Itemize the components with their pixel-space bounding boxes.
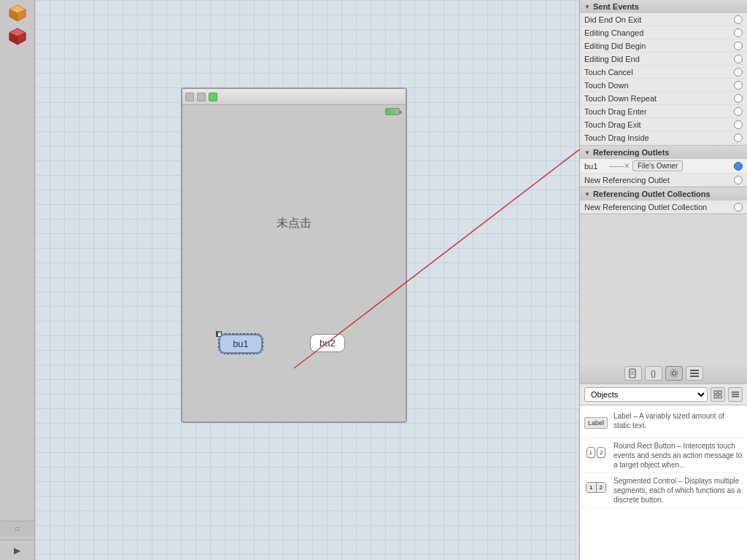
svg-point-12 [672,372,676,376]
svg-rect-22 [732,394,739,395]
svg-rect-20 [719,395,721,398]
sent-event-circle[interactable] [734,55,743,63]
cube-orange-icon[interactable] [7,3,28,23]
svg-rect-14 [690,370,699,371]
canvas-area: 未点击 bu1 bu2 [35,0,579,560]
sent-event-row: Editing Changed [580,26,747,39]
objects-section: Objects [580,384,747,405]
svg-point-13 [670,370,678,377]
referencing-outlet-collections-header: Referencing Outlet Collections [580,187,747,201]
outlet-name: bu1 [584,162,606,171]
sent-event-row: Touch Drag Enter [580,105,747,118]
file-tab[interactable] [624,366,642,381]
new-outlet-collection-row: New Referencing Outlet Collection [580,201,747,214]
sent-event-circle[interactable] [734,42,743,50]
screen-label: 未点击 [276,216,311,231]
sent-event-row: Editing Did End [580,52,747,66]
list-view-toggle[interactable] [728,387,743,402]
sent-event-circle[interactable] [734,68,743,77]
play-icon: ▶ [14,545,20,556]
referencing-outlet-collections-section: Referencing Outlet Collections New Refer… [580,187,747,214]
sent-event-circle[interactable] [734,107,743,116]
list-item: 1 2 Segmented Control – Displays multipl… [583,473,744,508]
component-icon: 1 2 [584,476,608,499]
component-desc: Round Rect Button – Intercepts touch eve… [614,441,743,470]
bu2-button[interactable]: bu2 [310,334,345,352]
sent-event-circle[interactable] [734,15,743,24]
outlet-row: bu1 ——✕ File's Owner [580,159,747,174]
list-tab[interactable] [686,366,703,381]
outlet-filled-circle[interactable] [734,162,743,171]
svg-rect-17 [714,391,717,394]
component-desc: Segmented Control – Displays multiple se… [614,476,743,505]
list-item: Label Label – A variably sized amount of… [583,408,744,438]
sent-events-list: Did End On Exit Editing Changed Editing … [580,13,747,146]
referencing-outlets-section: Referencing Outlets bu1 ——✕ File's Owner… [580,146,747,187]
sent-event-row: Touch Drag Inside [580,131,747,144]
brackets-tab[interactable]: {} [645,366,662,381]
sent-event-label: Editing Did Begin [584,42,734,50]
component-description: Label – A variably sized amount of stati… [614,411,743,430]
svg-rect-19 [714,395,717,398]
window-min-btn[interactable] [197,93,206,101]
sent-event-label: Touch Cancel [584,68,734,77]
label-icon: Label [584,417,608,429]
right-panel: Sent Events Did End On Exit Editing Chan… [579,0,747,560]
list-item: 1 2 Round Rect Button – Intercepts touch… [583,438,744,473]
window-max-btn[interactable] [209,93,217,101]
svg-rect-15 [690,373,699,374]
sent-event-label: Editing Did End [584,55,734,63]
button-icon: 1 2 [587,447,606,458]
sent-event-circle[interactable] [734,28,743,37]
objects-dropdown[interactable]: Objects [584,387,708,402]
component-description: Segmented Control – Displays multiple se… [614,476,743,505]
sent-event-label: Editing Changed [584,28,734,37]
grid-view-toggle[interactable] [711,387,725,402]
referencing-outlets-header: Referencing Outlets [580,146,747,159]
sent-event-label: Touch Down [584,81,734,90]
sent-event-label: Touch Down Repeat [584,94,734,103]
sent-event-row: Editing Did Begin [580,39,747,52]
outlet-owner: File's Owner [632,160,683,171]
left-toolbar: □ ▶ [0,0,35,560]
iphone-frame: 未点击 bu1 bu2 [181,88,407,423]
sent-events-header: Sent Events [580,0,747,13]
new-outlet-collection-circle[interactable] [734,203,743,211]
svg-rect-21 [732,392,739,393]
bottom-toolbar: {} [580,364,747,384]
sent-event-label: Touch Drag Inside [584,133,734,142]
sent-event-label: Touch Drag Enter [584,107,734,116]
sent-event-circle[interactable] [734,133,743,142]
component-list: Label Label – A variably sized amount of… [580,405,747,561]
bu1-button[interactable]: bu1 [219,334,263,354]
svg-rect-9 [630,369,635,378]
sent-event-row: Touch Drag Exit [580,118,747,131]
play-button[interactable]: ▶ [0,540,35,560]
sent-event-row: Touch Cancel [580,66,747,79]
iphone-screen: 未点击 bu1 bu2 [182,105,406,421]
component-description: Round Rect Button – Intercepts touch eve… [614,441,743,470]
svg-rect-18 [719,391,721,394]
outlet-arrow-icon: ——✕ [609,162,630,170]
svg-rect-23 [732,396,739,397]
size-indicator: □ [0,521,35,537]
new-outlet-circle[interactable] [734,176,743,184]
cube-red-icon[interactable] [7,26,28,47]
sent-event-circle[interactable] [734,94,743,103]
sent-event-label: Touch Drag Exit [584,120,734,129]
component-icon: 1 2 [584,441,608,464]
sent-event-row: Touch Down [580,79,747,92]
svg-rect-16 [690,376,699,377]
segmented-icon: 1 2 [586,482,606,493]
iphone-titlebar [182,89,406,105]
gear-tab[interactable] [665,366,683,381]
sent-event-row: Touch Down Repeat [580,92,747,105]
sent-event-circle[interactable] [734,120,743,129]
window-close-btn[interactable] [185,93,194,101]
component-icon: Label [584,411,608,435]
new-referencing-outlet-row: New Referencing Outlet [580,174,747,187]
panel-spacer [580,214,747,364]
sent-event-circle[interactable] [734,81,743,90]
sent-events-section: Sent Events Did End On Exit Editing Chan… [580,0,747,146]
sent-event-label: Did End On Exit [584,15,734,24]
